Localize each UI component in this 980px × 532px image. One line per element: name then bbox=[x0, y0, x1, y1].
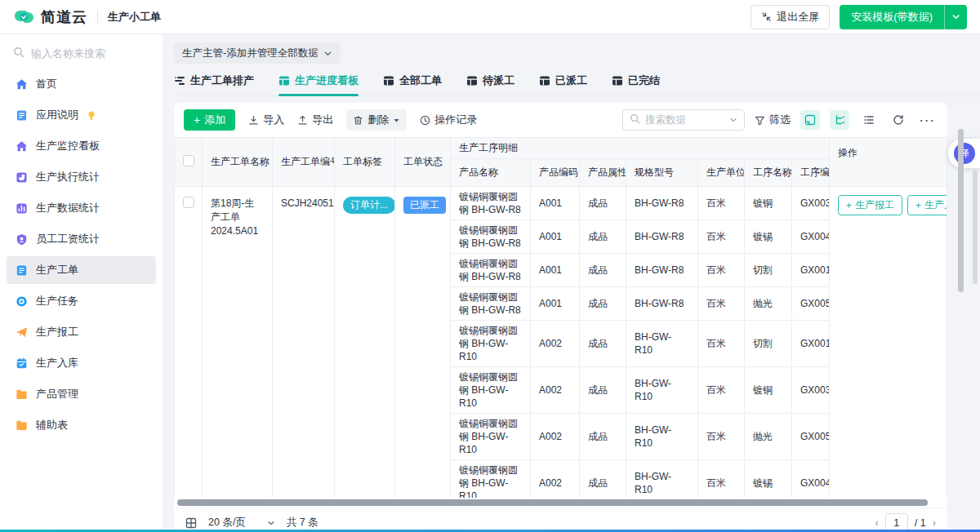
refresh-button[interactable] bbox=[889, 110, 908, 130]
process-code-cell: GX001 bbox=[792, 254, 830, 287]
process-code-cell: GX004 bbox=[792, 460, 830, 499]
delete-button[interactable]: 删除 bbox=[346, 109, 407, 131]
sidebar-search-input[interactable] bbox=[31, 47, 137, 60]
prev-page-button[interactable]: ‹ bbox=[875, 516, 878, 529]
product-attr-cell: 成品 bbox=[580, 321, 626, 367]
translate-widget[interactable]: 译 bbox=[948, 139, 980, 168]
column-header-name[interactable]: 生产工单名称 bbox=[203, 138, 273, 187]
sidebar-item-3[interactable]: 生产执行统计 bbox=[7, 163, 156, 191]
export-icon bbox=[297, 115, 308, 126]
card-view-toggle-button[interactable] bbox=[800, 110, 820, 130]
product-attr-cell: 成品 bbox=[580, 460, 626, 499]
home-icon bbox=[15, 78, 28, 91]
column-header-product-code[interactable]: 产品编码 bbox=[531, 159, 580, 187]
sidebar-item-6[interactable]: 生产工单 bbox=[7, 256, 156, 284]
order-tag-badge: 订单计... bbox=[343, 197, 395, 214]
exit-fullscreen-button[interactable]: 退出全屏 bbox=[751, 5, 830, 29]
doc-icon bbox=[15, 109, 28, 122]
chartbox-icon bbox=[15, 171, 28, 184]
unit-cell: 百米 bbox=[698, 287, 745, 321]
column-header-actions: 操作 bbox=[830, 138, 947, 187]
tab-0[interactable]: 生产工单排产 bbox=[174, 73, 254, 95]
product-attr-cell: 成品 bbox=[580, 187, 626, 220]
process-name-cell: 切割 bbox=[745, 321, 792, 367]
work-order-status-cell: 已派工 bbox=[395, 187, 451, 499]
more-options-button[interactable]: ··· bbox=[918, 110, 938, 130]
process-name-cell: 镀锡 bbox=[745, 460, 792, 499]
logo-text: 简道云 bbox=[41, 7, 87, 27]
column-header-process-code[interactable]: 工序编码 bbox=[792, 159, 830, 187]
row-checkbox[interactable] bbox=[183, 197, 194, 208]
tab-4[interactable]: 已派工 bbox=[539, 73, 587, 95]
column-header-code[interactable]: 生产工单编号↓ bbox=[273, 138, 335, 187]
add-button[interactable]: + 添加 bbox=[184, 109, 235, 131]
column-header-tag[interactable]: 工单标签 bbox=[335, 138, 395, 187]
import-icon bbox=[248, 115, 259, 126]
work-order-name[interactable]: 第18周-生产工单2024.5A01 bbox=[203, 187, 273, 499]
indent-list-icon-button[interactable] bbox=[859, 110, 879, 130]
column-header-spec[interactable]: 规格型号 bbox=[626, 159, 698, 187]
process-code-cell: GX005 bbox=[792, 287, 830, 321]
process-code-cell: GX004 bbox=[792, 220, 830, 254]
product-name-cell: 镀锡铜覆钢圆钢 BH-GW-R8 bbox=[451, 254, 531, 287]
sidebar-item-label: 生产数据统计 bbox=[36, 201, 100, 215]
select-all-checkbox[interactable] bbox=[183, 155, 194, 166]
sidebar-item-9[interactable]: 生产入库 bbox=[7, 349, 156, 377]
column-header-status[interactable]: 工单状态 bbox=[395, 138, 451, 187]
pagination-bar: 20 条/页 共 7 条 ‹ / 1 › bbox=[174, 508, 947, 532]
process-name-cell: 抛光 bbox=[745, 414, 792, 460]
table-toolbar: + 添加 导入 导出 bbox=[174, 103, 947, 137]
role-selector[interactable]: 生产主管-添加并管理全部数据 bbox=[174, 42, 341, 64]
product-name-cell: 镀锡铜覆钢圆钢 BH-GW-R10 bbox=[451, 460, 531, 499]
column-header-process[interactable]: 工序名称 bbox=[745, 159, 792, 187]
sidebar-item-label: 首页 bbox=[36, 77, 57, 91]
chevron-down-icon bbox=[729, 116, 737, 124]
tree-structure-toggle-button[interactable] bbox=[830, 110, 849, 130]
sidebar-item-7[interactable]: 生产任务 bbox=[7, 287, 156, 315]
sidebar-search[interactable] bbox=[0, 39, 163, 67]
filter-button[interactable]: 筛选 bbox=[755, 113, 791, 127]
sidebar-item-10[interactable]: 产品管理 bbox=[7, 380, 156, 408]
warehouse-in-button[interactable]: +生产入库 bbox=[907, 195, 947, 215]
column-header-product-name[interactable]: 产品名称 bbox=[451, 159, 531, 187]
sidebar-item-2[interactable]: 生产监控看板 bbox=[7, 132, 156, 160]
product-name-cell: 镀锡铜覆钢圆钢 BH-GW-R10 bbox=[451, 414, 531, 460]
sidebar-item-8[interactable]: 生产报工 bbox=[7, 318, 156, 346]
sidebar-item-11[interactable]: 辅助表 bbox=[7, 411, 156, 439]
install-template-dropdown-button[interactable] bbox=[944, 5, 967, 29]
doc-icon bbox=[15, 264, 28, 277]
horizontal-scrollbar-thumb[interactable] bbox=[177, 499, 928, 506]
product-name-cell: 镀锡铜覆钢圆钢 BH-GW-R10 bbox=[451, 367, 531, 414]
sidebar-item-1[interactable]: 应用说明 bbox=[7, 101, 156, 129]
tab-1[interactable]: 生产进度看板 bbox=[278, 73, 359, 95]
sidebar-item-5[interactable]: 员工工资统计 bbox=[7, 225, 156, 253]
sidebar-item-label: 应用说明 bbox=[36, 108, 78, 122]
column-header-product-attr[interactable]: 产品属性 bbox=[580, 159, 626, 187]
sidebar-item-0[interactable]: 首页 bbox=[7, 70, 156, 98]
report-work-button[interactable]: +生产报工 bbox=[838, 195, 902, 215]
tab-3[interactable]: 待派工 bbox=[466, 73, 514, 95]
product-code-cell: A001 bbox=[531, 254, 580, 287]
table-icon bbox=[278, 75, 290, 86]
tab-2[interactable]: 全部工单 bbox=[383, 73, 442, 95]
import-button[interactable]: 导入 bbox=[248, 113, 284, 127]
table-search-input[interactable] bbox=[645, 114, 719, 126]
install-template-button[interactable]: 安装模板(带数据) bbox=[840, 5, 944, 29]
next-page-button[interactable]: › bbox=[933, 516, 936, 529]
spec-cell: BH-GW-R8 bbox=[626, 187, 698, 220]
status-badge: 已派工 bbox=[403, 197, 446, 214]
operation-log-button[interactable]: 操作记录 bbox=[420, 113, 477, 127]
export-button[interactable]: 导出 bbox=[297, 113, 333, 127]
table-search[interactable] bbox=[622, 109, 745, 131]
folder-icon bbox=[15, 419, 28, 432]
sidebar-item-4[interactable]: 生产数据统计 bbox=[7, 194, 156, 222]
target-icon bbox=[15, 295, 28, 308]
column-header-unit[interactable]: 生产单位 bbox=[698, 159, 745, 187]
tab-5[interactable]: 已完结 bbox=[612, 73, 660, 95]
product-name-cell: 镀锡铜覆钢圆钢 BH-GW-R8 bbox=[451, 187, 531, 220]
field-settings-icon[interactable] bbox=[185, 517, 197, 529]
page-size-select[interactable]: 20 条/页 bbox=[208, 516, 275, 530]
page-vertical-scrollbar-thumb[interactable] bbox=[973, 170, 978, 284]
search-icon bbox=[630, 113, 640, 126]
table-vertical-scrollbar-thumb[interactable] bbox=[958, 129, 964, 292]
